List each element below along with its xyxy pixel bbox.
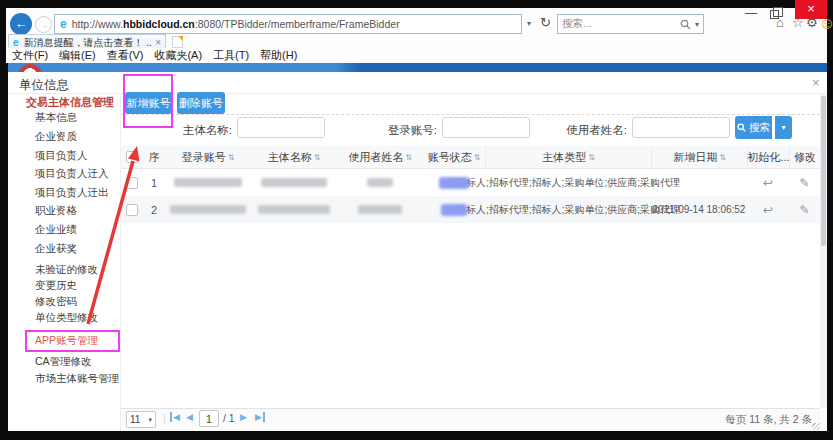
menu-edit[interactable]: 编辑(E) [59,48,96,63]
sidebar-item-change-password[interactable]: 修改密码 [8,295,121,309]
header-login-account[interactable]: 登录账号⇅ [165,150,251,165]
toolbar-divider [121,114,820,115]
previous-page-button[interactable]: ◀ [186,412,193,422]
next-page-button[interactable]: ▶ [240,412,247,422]
last-page-button[interactable]: ▶ [255,412,265,422]
user-name-input[interactable] [632,117,730,138]
sidebar-item-professional-qualification[interactable]: 职业资格 [8,204,121,218]
first-page-button[interactable]: ◀ [170,412,180,422]
redacted-status-badge [441,204,467,216]
sidebar-item-basic-info[interactable]: 基本信息 [8,111,121,125]
menu-view[interactable]: 查看(V) [107,48,144,63]
header-account-status[interactable]: 账号状态⇅ [423,150,485,165]
header-add-date[interactable]: 新增日期⇅ [651,146,747,169]
sidebar-item-ca-management-change[interactable]: CA管理修改 [8,355,121,369]
edit-pencil-icon[interactable]: ✎ [799,176,809,190]
address-dropdown-icon[interactable]: ▾ [527,19,531,28]
select-all-checkbox[interactable] [126,151,138,163]
sort-icon[interactable]: ⇅ [228,153,235,162]
login-account-input[interactable] [442,117,530,138]
page-number-input[interactable]: 1 [199,410,219,427]
menu-help[interactable]: 帮助(H) [260,48,297,63]
sidebar-item-market-subject-account[interactable]: 市场主体账号管理 [8,372,121,386]
minimize-button[interactable]: — [742,8,760,20]
row-index: 1 [143,177,165,189]
menu-bar: 文件(F) 编辑(E) 查看(V) 收藏夹(A) 工具(T) 帮助(H) [6,48,827,63]
pagination-separator: | [163,412,166,424]
redacted-status-badge [439,177,469,189]
search-button-icon [737,123,746,132]
address-bar[interactable]: e http://www.hbbidcloud.cn:8080/TPBidder… [54,14,522,34]
initialize-undo-icon[interactable]: ↩ [763,176,773,190]
redacted-user-name [358,205,402,214]
initialize-undo-icon[interactable]: ↩ [763,203,773,217]
redacted-login-account [170,205,246,214]
table-row: 2 投标人;招标代理;招标人;采购单位;供应商;采购代理 2021-09-14 … [121,196,820,223]
sidebar-item-enterprise-performance[interactable]: 企业业绩 [8,223,121,237]
ie-page-icon: e [60,17,67,31]
sidebar-item-unverified-changes[interactable]: 未验证的修改 [8,263,121,277]
pagination-summary: 每页 11 条, 共 2 条 [600,413,812,427]
sort-icon[interactable]: ⇅ [474,153,481,162]
settings-gear-icon[interactable]: ⚙ [806,15,818,30]
menu-tools[interactable]: 工具(T) [213,48,249,63]
sidebar-item-project-manager-in[interactable]: 项目负责人迁入 [8,167,121,181]
sidebar-group-chevron-icon[interactable]: ˅ [103,97,108,106]
header-initialize: 初始化... [747,146,789,169]
search-button[interactable]: 搜索 [735,116,772,139]
redacted-user-name [367,178,393,187]
sidebar-item-enterprise-qualification[interactable]: 企业资质 [8,130,121,144]
search-placeholder: 搜索... [562,17,680,31]
redacted-login-account [174,178,242,187]
site-logo-emblem [18,64,42,72]
header-subject-name[interactable]: 主体名称⇅ [251,150,337,165]
sidebar-item-project-manager[interactable]: 项目负责人 [8,149,121,163]
subject-type-text: 投标人;招标代理;招标人;采购单位;供应商;采购代理 [485,203,651,217]
total-pages-label: / 1 [223,412,235,424]
back-button[interactable]: ← [10,13,32,35]
delete-account-button[interactable]: 删除账号 [177,92,225,114]
edit-pencil-icon[interactable]: ✎ [799,203,809,217]
favorites-icon[interactable]: ☆ [792,15,804,30]
search-dropdown-icon[interactable]: ▾ [695,20,699,29]
header-user-name[interactable]: 使用者姓名⇅ [337,150,423,165]
forward-button[interactable]: → [35,16,52,33]
page-size-select[interactable]: 11 ▾ [126,411,156,428]
search-icon[interactable] [680,19,691,30]
sort-icon[interactable]: ⇅ [405,153,412,162]
new-tab-button[interactable] [172,36,183,48]
sidebar-item-unit-type-change[interactable]: 单位类型修改 [8,311,121,325]
sidebar-item-change-history[interactable]: 变更历史 [8,279,121,293]
menu-file[interactable]: 文件(F) [12,48,48,63]
sidebar-item-enterprise-awards[interactable]: 企业获奖 [8,242,121,256]
row-checkbox[interactable] [126,204,138,216]
resize-grip[interactable] [812,423,820,430]
menu-favorites[interactable]: 收藏夹(A) [154,48,202,63]
url-prefix: http://www. [72,18,123,30]
scrollbar-thumb[interactable] [821,96,826,246]
browser-search-box[interactable]: 搜索... ▾ [557,14,704,34]
tab-close-icon[interactable]: × [155,37,161,48]
redacted-subject-name [261,178,327,187]
sort-icon[interactable]: ⇅ [719,153,726,162]
subject-name-input[interactable] [237,117,325,138]
home-icon[interactable]: ⌂ [776,15,784,30]
feedback-smiley-icon[interactable]: ☺ [819,15,833,33]
sort-icon[interactable]: ⇅ [588,153,595,162]
user-name-label: 使用者姓名: [547,123,627,138]
search-button-label: 搜索 [749,121,770,135]
row-checkbox[interactable] [126,177,138,189]
login-account-label: 登录账号: [367,123,437,138]
sort-icon[interactable]: ⇅ [314,153,321,162]
search-options-caret-button[interactable]: ▾ [775,116,792,139]
refresh-icon[interactable]: ↻ [540,15,551,30]
screenshot-frame: — × ← → e http://www.hbbidcloud.cn:8080/… [0,0,833,440]
header-subject-type[interactable]: 主体类型⇅ [485,146,651,169]
sidebar-item-project-manager-out[interactable]: 项目负责人迁出 [8,186,121,200]
site-header-strip [8,63,827,72]
annotation-highlight-add-button [123,74,173,128]
url-domain: hbbidcloud.cn [123,18,195,30]
page-size-value: 11 [130,414,140,425]
dialog-close-icon[interactable]: × [812,75,820,90]
table-row: 1 投标人;招标代理;招标人;采购单位;供应商;采购代理 ↩ ✎ [121,169,820,196]
